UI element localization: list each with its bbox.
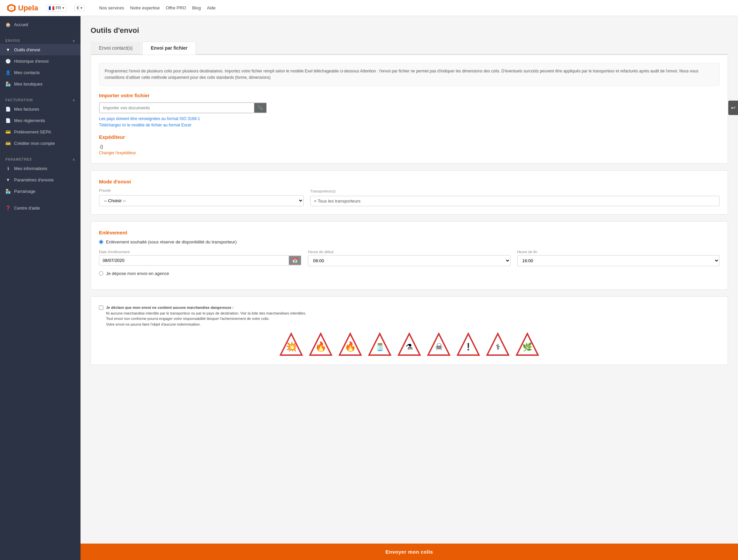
mode-envoi-card: Mode d'envoi Priorité -- Choisir -- Tran…: [91, 170, 728, 215]
payment-icon: 📄: [5, 118, 11, 123]
currency-selector[interactable]: € ▾: [74, 5, 85, 11]
transporteur-display[interactable]: × Tous les transporteurs: [310, 196, 720, 206]
sidebar-item-accueil[interactable]: 🏠 Accueil: [0, 19, 81, 30]
mode-envoi-row: Priorité -- Choisir -- Transporteur(s) ×…: [99, 188, 720, 206]
heure-fin-select[interactable]: 08:00 09:00 10:00 11:00 12:00 13:00 14:0…: [517, 255, 720, 266]
gift-icon: 🏪: [5, 188, 11, 194]
info-box: Programmez l'envoi de plusieurs colis po…: [99, 63, 720, 86]
currency-label: €: [77, 6, 79, 10]
sidebar-item-crediter[interactable]: 💳 Créditer mon compte: [0, 137, 81, 149]
sidebar-section-envois: ENVOIS ∧ ▼ Outils d'envoi 🕐 Historique d…: [0, 33, 81, 92]
enlevement-fields-row: Date d'enlèvement 📅 Heure de début 08:00…: [99, 250, 720, 266]
dangerous-goods-checkbox[interactable]: [99, 305, 103, 310]
radio-depose-agence[interactable]: Je dépose mon envoi en agence: [99, 271, 720, 276]
hazard-exclamation-icon: !: [456, 332, 480, 356]
sidebar-item-label: Mes boutiques: [14, 81, 43, 87]
file-input[interactable]: [99, 103, 254, 113]
radio-enlevement-souhaite[interactable]: Enlèvement souhaité (sous réserve de dis…: [99, 239, 720, 244]
excel-download-link[interactable]: Téléchargez ici le modèle de fichier au …: [99, 123, 191, 127]
svg-text:💥: 💥: [285, 341, 297, 352]
svg-text:⚗: ⚗: [406, 342, 413, 351]
heure-debut-select[interactable]: 08:00 09:00 10:00 11:00 12:00 13:00 14:0…: [308, 255, 510, 266]
expediteur-section: Expéditeur .{} Changer l'expéditeur: [99, 134, 720, 155]
section-label-envois: ENVOIS ∧: [0, 36, 81, 44]
expediteur-title: Expéditeur: [99, 134, 720, 140]
submit-button[interactable]: Envoyer mon colis: [385, 549, 433, 555]
main-card: Programmez l'envoi de plusieurs colis po…: [91, 55, 728, 164]
info-icon: ℹ: [5, 166, 11, 171]
language-selector[interactable]: 🇫🇷 FR ▾: [46, 4, 66, 12]
hazard-explosive-icon: 💥: [279, 332, 303, 356]
svg-text:🫙: 🫙: [375, 343, 385, 352]
sidebar-section-facturation: FACTURATION ∧ 📄 Mes factures 📄 Mes règle…: [0, 92, 81, 152]
layout: 🏠 Accueil ENVOIS ∧ ▼ Outils d'envoi 🕐 Hi…: [0, 16, 738, 560]
date-enlevement-input[interactable]: [99, 256, 289, 265]
sidebar-item-historique[interactable]: 🕐 Historique d'envoi: [0, 55, 81, 67]
sidebar-item-mes-informations[interactable]: ℹ Mes informations: [0, 163, 81, 174]
change-expediteur-link[interactable]: Changer l'expéditeur: [99, 151, 136, 155]
paperclip-icon[interactable]: 📎: [254, 103, 266, 113]
hazard-toxic-icon: ☠: [427, 332, 451, 356]
send-icon: ▼: [5, 47, 11, 52]
svg-text:!: !: [467, 341, 470, 353]
date-label: Date d'enlèvement: [99, 250, 301, 254]
sidebar-item-outils-envoi[interactable]: ▼ Outils d'envoi: [0, 44, 81, 55]
chevron-up-icon: ∧: [72, 158, 75, 161]
svg-text:U: U: [10, 7, 12, 10]
sidebar-item-centre-aide[interactable]: ❓ Centre d'aide: [0, 202, 81, 214]
heure-fin-col: Heure de fin 08:00 09:00 10:00 11:00 12:…: [517, 250, 720, 266]
nav-aide[interactable]: Aide: [207, 5, 216, 10]
svg-text:⚕: ⚕: [496, 342, 500, 351]
svg-text:🌿: 🌿: [522, 342, 532, 352]
tab-bar: Envoi contact(s) Envoi par fichier: [91, 42, 728, 55]
transporteur-group: Transporteur(s) × Tous les transporteurs: [310, 189, 720, 206]
sidebar-section-aide: ❓ Centre d'aide: [0, 200, 81, 216]
radio-depose-input[interactable]: [99, 271, 103, 276]
chevron-up-icon: ∧: [72, 39, 75, 43]
sidebar-item-label: Accueil: [14, 22, 28, 27]
flag-icon: 🇫🇷: [49, 5, 54, 11]
top-navigation: U Upela 🇫🇷 FR ▾ € ▾ Nos services Notre e…: [0, 0, 738, 16]
sidebar-item-sepa[interactable]: 💳 Prélèvement SEPA: [0, 126, 81, 137]
radio-enlevement-input[interactable]: [99, 240, 103, 244]
sidebar-item-label: Mes règlements: [14, 118, 45, 123]
nav-blog[interactable]: Blog: [192, 5, 201, 10]
heure-fin-label: Heure de fin: [517, 250, 720, 254]
dangerous-goods-checkbox-label[interactable]: Je déclare que mon envoi ne contient auc…: [99, 305, 720, 327]
section-label-facturation: FACTURATION ∧: [0, 95, 81, 103]
enlevement-title: Enlèvement: [99, 230, 720, 235]
priority-select[interactable]: -- Choisir --: [99, 195, 304, 206]
sidebar-item-parrainage[interactable]: 🏪 Parrainage: [0, 185, 81, 197]
nav-nos-services[interactable]: Nos services: [99, 5, 124, 10]
sidebar-item-parametres-envois[interactable]: ▼ Paramètres d'envois: [0, 174, 81, 185]
svg-text:🔥: 🔥: [345, 341, 356, 352]
iso-link[interactable]: Les pays doivent être renseignées au for…: [99, 116, 200, 121]
heure-debut-label: Heure de début: [308, 250, 510, 254]
transporteur-label: Transporteur(s): [310, 189, 720, 193]
date-input-group: 📅: [99, 255, 301, 266]
tab-envoi-contacts[interactable]: Envoi contact(s): [91, 42, 141, 54]
contact-icon: 👤: [5, 70, 11, 75]
submit-bar[interactable]: Envoyer mon colis: [81, 544, 738, 560]
sidebar-item-reglements[interactable]: 📄 Mes règlements: [0, 115, 81, 126]
sidebar-item-boutiques[interactable]: 🏪 Mes boutiques: [0, 78, 81, 90]
enlevement-card: Enlèvement Enlèvement souhaité (sous rés…: [91, 221, 728, 290]
file-input-group: 📎: [99, 102, 267, 113]
logo[interactable]: U Upela: [7, 3, 38, 13]
sidebar-item-contacts[interactable]: 👤 Mes contacts: [0, 67, 81, 78]
sidebar-item-label: Mes informations: [14, 166, 47, 171]
chevron-down-icon: ▾: [81, 6, 82, 10]
sidebar-item-label: Créditer mon compte: [14, 141, 55, 146]
calendar-icon[interactable]: 📅: [289, 256, 301, 265]
nav-notre-expertise[interactable]: Notre expertise: [130, 5, 160, 10]
help-icon: ❓: [5, 205, 11, 211]
sidebar-item-factures[interactable]: 📄 Mes factures: [0, 103, 81, 115]
sidebar: 🏠 Accueil ENVOIS ∧ ▼ Outils d'envoi 🕐 Hi…: [0, 16, 81, 560]
nav-offre-pro[interactable]: Offre PRO: [166, 5, 186, 10]
import-section: Importer votre fichier 📎 Les pays doiven…: [99, 93, 720, 127]
settings-icon: ▼: [5, 177, 11, 182]
back-button[interactable]: ↩: [728, 101, 738, 115]
dangerous-goods-card: Je déclare que mon envoi ne contient auc…: [91, 296, 728, 365]
sidebar-item-label: Parrainage: [14, 189, 36, 194]
tab-envoi-fichier[interactable]: Envoi par fichier: [142, 42, 196, 55]
